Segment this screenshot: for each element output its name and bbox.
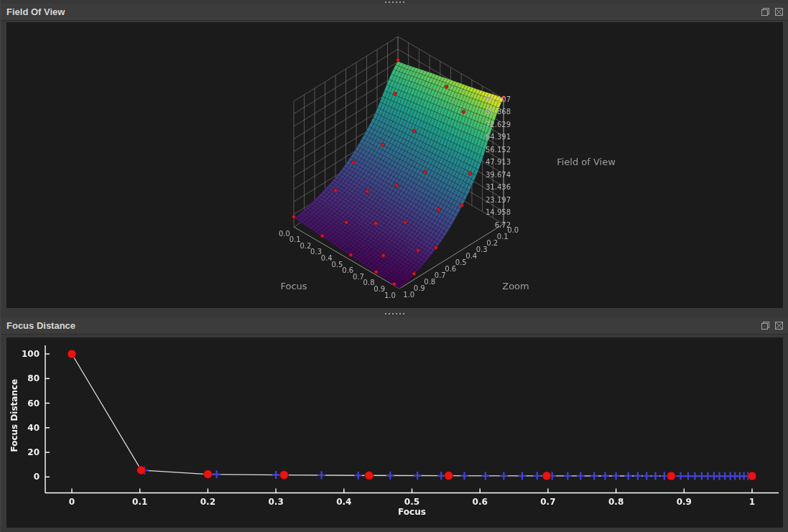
close-button[interactable] <box>774 321 784 331</box>
panel-header-field-of-view: Field Of View <box>1 4 788 21</box>
float-icon <box>761 322 769 330</box>
panel-header-focus-distance: Focus Distance <box>1 317 788 335</box>
panel-title: Field Of View <box>6 6 760 17</box>
float-button[interactable] <box>760 7 770 17</box>
float-button[interactable] <box>760 321 770 331</box>
close-button[interactable] <box>774 7 784 17</box>
drag-handle-dots-icon <box>385 1 404 3</box>
splitter-handle-middle[interactable] <box>1 310 788 317</box>
drag-handle-dots-icon <box>385 313 404 314</box>
fov-surface-3d-plot[interactable] <box>6 22 783 308</box>
close-icon <box>775 322 783 330</box>
dock-window: Field Of View Focus Distance <box>0 0 788 532</box>
float-icon <box>761 8 769 16</box>
focus-distance-line-plot[interactable] <box>6 337 783 528</box>
close-icon <box>775 8 783 16</box>
panel-title: Focus Distance <box>6 320 760 331</box>
